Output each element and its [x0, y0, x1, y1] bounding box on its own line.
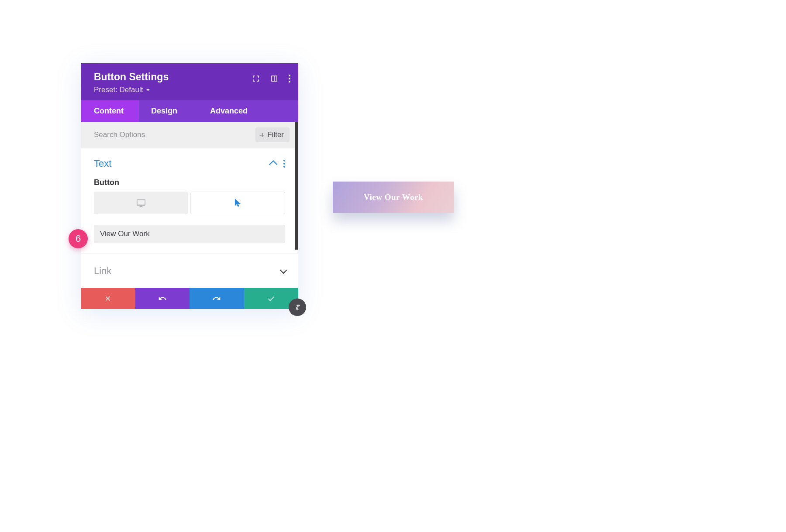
desktop-tab[interactable]	[94, 192, 188, 214]
chevron-up-icon	[269, 160, 278, 169]
cancel-button[interactable]	[81, 288, 135, 309]
chevron-down-icon	[280, 266, 287, 274]
search-input[interactable]	[94, 130, 255, 139]
tab-content[interactable]: Content	[81, 100, 139, 122]
undo-button[interactable]	[135, 288, 190, 309]
resize-icon	[293, 303, 301, 311]
panel-tabs: Content Design Advanced	[81, 100, 298, 122]
preset-label: Preset: Default	[94, 86, 143, 94]
section-link-title: Link	[94, 265, 111, 277]
plus-icon: +	[260, 131, 265, 139]
resize-handle[interactable]	[289, 299, 306, 316]
cursor-icon	[234, 199, 241, 207]
tab-advanced[interactable]: Advanced	[198, 100, 298, 122]
filter-label: Filter	[267, 130, 284, 139]
hover-tab[interactable]	[190, 192, 285, 214]
button-settings-panel: Button Settings Preset: Default Content …	[81, 63, 298, 309]
section-text: Text Button	[81, 148, 298, 254]
preset-dropdown[interactable]: Preset: Default	[94, 86, 288, 94]
monitor-icon	[136, 198, 146, 208]
section-link-header[interactable]: Link	[94, 265, 285, 277]
section-kebab-icon[interactable]	[283, 160, 285, 168]
undo-icon	[158, 294, 167, 303]
button-text-input[interactable]	[94, 225, 285, 243]
section-link: Link	[81, 254, 298, 288]
search-row: + Filter	[81, 122, 298, 148]
header-actions	[252, 75, 290, 82]
step-badge: 6	[69, 229, 88, 248]
tab-design[interactable]: Design	[139, 100, 198, 122]
panel-footer	[81, 288, 298, 309]
panel-body: + Filter Text Button	[81, 122, 298, 288]
scrollbar[interactable]	[295, 122, 298, 250]
columns-icon[interactable]	[270, 75, 278, 82]
preview-button[interactable]: View Our Work	[333, 182, 454, 213]
section-text-header[interactable]: Text	[94, 158, 285, 169]
kebab-menu-icon[interactable]	[289, 75, 290, 82]
section-text-title: Text	[94, 158, 111, 169]
filter-button[interactable]: + Filter	[255, 127, 290, 142]
close-icon	[104, 295, 112, 302]
check-icon	[267, 294, 276, 303]
redo-button[interactable]	[190, 288, 244, 309]
panel-header: Button Settings Preset: Default	[81, 63, 298, 100]
redo-icon	[212, 294, 221, 303]
responsive-toggle	[94, 192, 285, 214]
caret-down-icon	[146, 89, 150, 91]
expand-icon[interactable]	[252, 75, 260, 82]
button-field-label: Button	[94, 178, 285, 187]
